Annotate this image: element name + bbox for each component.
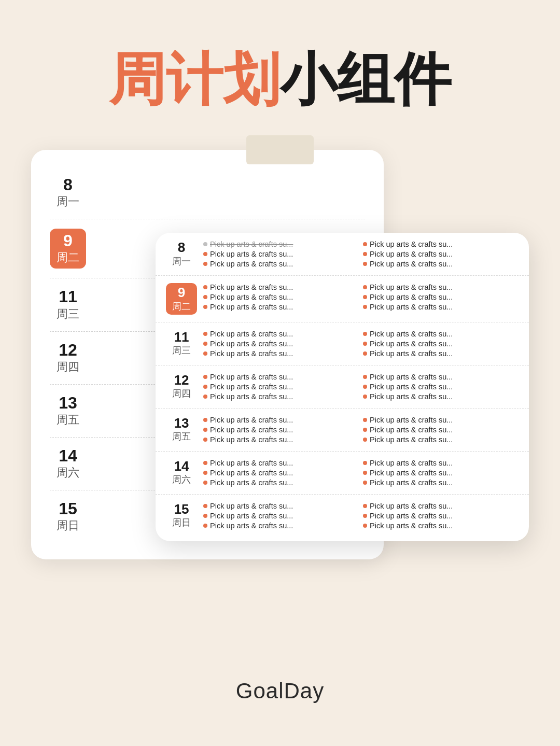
tasks-columns: Pick up arts & crafts su... Pick up arts… (203, 459, 519, 487)
task-text: Pick up arts & crafts su... (370, 512, 453, 520)
task-text: Pick up arts & crafts su... (370, 392, 453, 401)
task-dot (203, 332, 207, 336)
task-text: Pick up arts & crafts su... (210, 522, 293, 530)
day-chinese: 周一 (57, 194, 79, 209)
task-text: Pick up arts & crafts su... (370, 373, 453, 381)
task-dot (363, 252, 367, 256)
tasks-col-2: Pick up arts & crafts su... Pick up arts… (363, 502, 519, 530)
task-dot (203, 252, 207, 256)
task-text: Pick up arts & crafts su... (210, 469, 293, 477)
tasks-col-1: Pick up arts & crafts su... Pick up arts… (203, 459, 359, 487)
tasks-col-1: Pick up arts & crafts su... Pick up arts… (203, 373, 359, 401)
tasks-col-2: Pick up arts & crafts su... Pick up arts… (363, 459, 519, 487)
task-dot (363, 342, 367, 346)
task-item: Pick up arts & crafts su... (363, 426, 519, 434)
task-text: Pick up arts & crafts su... (370, 469, 453, 477)
task-dot (203, 385, 207, 389)
task-item: Pick up arts & crafts su... (203, 293, 359, 301)
task-dot (363, 438, 367, 442)
task-item: Pick up arts & crafts su... (203, 522, 359, 530)
day-number: 9 (63, 232, 73, 250)
task-item: Pick up arts & crafts su... (203, 459, 359, 467)
tasks-col-2: Pick up arts & crafts su... Pick up arts… (363, 330, 519, 358)
task-text: Pick up arts & crafts su... (370, 478, 453, 487)
task-dot (363, 461, 367, 465)
tasks-columns: Pick up arts & crafts su... Pick up arts… (203, 240, 519, 268)
task-text: Pick up arts & crafts su... (210, 240, 293, 248)
tasks-col-1: Pick up arts & crafts su... Pick up arts… (203, 330, 359, 358)
task-item: Pick up arts & crafts su... (363, 512, 519, 520)
task-dot (203, 481, 207, 485)
task-item: Pick up arts & crafts su... (203, 260, 359, 268)
task-dot (203, 438, 207, 442)
task-dot (203, 418, 207, 422)
task-dot (203, 461, 207, 465)
day-label-front: 12 周四 (166, 373, 197, 400)
task-text: Pick up arts & crafts su... (370, 250, 453, 258)
task-dot (203, 342, 207, 346)
task-text: Pick up arts & crafts su... (210, 392, 293, 401)
task-item: Pick up arts & crafts su... (203, 416, 359, 424)
footer-brand: GoalDay (0, 658, 560, 703)
task-dot (203, 262, 207, 266)
task-dot (363, 375, 367, 379)
task-dot (203, 524, 207, 528)
day-number: 14 (174, 459, 189, 474)
day-chinese: 周二 (172, 300, 191, 313)
task-text: Pick up arts & crafts su... (210, 435, 293, 444)
back-day-row: 8 周一 (50, 166, 365, 219)
day-chinese: 周一 (172, 255, 191, 268)
task-text: Pick up arts & crafts su... (370, 435, 453, 444)
day-label: 13 周五 (50, 394, 86, 428)
task-text: Pick up arts & crafts su... (210, 512, 293, 520)
day-label-front: 8 周一 (166, 240, 197, 268)
day-label: 15 周日 (50, 500, 86, 533)
task-item: Pick up arts & crafts su... (203, 303, 359, 311)
task-text: Pick up arts & crafts su... (210, 349, 293, 358)
task-item: Pick up arts & crafts su... (363, 435, 519, 444)
title-black: 小组件 (280, 47, 451, 111)
tasks-columns: Pick up arts & crafts su... Pick up arts… (203, 502, 519, 530)
task-item: Pick up arts & crafts su... (203, 512, 359, 520)
task-item: Pick up arts & crafts su... (363, 330, 519, 338)
task-dot (203, 285, 207, 289)
day-number: 12 (174, 373, 189, 388)
day-number: 11 (59, 288, 77, 306)
task-item: Pick up arts & crafts su... (363, 293, 519, 301)
task-dot (363, 242, 367, 246)
task-text: Pick up arts & crafts su... (370, 283, 453, 291)
task-text: Pick up arts & crafts su... (370, 303, 453, 311)
task-item: Pick up arts & crafts su... (363, 469, 519, 477)
tasks-columns: Pick up arts & crafts su... Pick up arts… (203, 373, 519, 401)
active-day-badge-front: 9 周二 (166, 283, 197, 315)
task-text: Pick up arts & crafts su... (210, 303, 293, 311)
day-number: 12 (59, 341, 77, 359)
day-number: 13 (59, 394, 77, 412)
task-text: Pick up arts & crafts su... (210, 502, 293, 510)
tape-decoration (246, 135, 314, 164)
task-item: Pick up arts & crafts su... (363, 502, 519, 510)
task-text: Pick up arts & crafts su... (370, 502, 453, 510)
task-dot (203, 295, 207, 299)
task-item: Pick up arts & crafts su... (363, 373, 519, 381)
task-item: Pick up arts & crafts su... (203, 250, 359, 258)
task-dot (363, 514, 367, 518)
task-item: Pick up arts & crafts su... (363, 303, 519, 311)
task-text: Pick up arts & crafts su... (370, 383, 453, 391)
task-text: Pick up arts & crafts su... (370, 459, 453, 467)
day-chinese: 周三 (172, 344, 191, 357)
front-day-row: 8 周一 Pick up arts & crafts su... Pick up… (156, 233, 529, 276)
task-text: Pick up arts & crafts su... (210, 330, 293, 338)
task-dot (203, 504, 207, 508)
task-text: Pick up arts & crafts su... (210, 283, 293, 291)
active-day-badge: 9 周二 (50, 229, 86, 269)
day-label: 12 周四 (50, 341, 86, 375)
front-day-row: 13 周五 Pick up arts & crafts su... Pick u… (156, 409, 529, 452)
day-label-front: 14 周六 (166, 459, 197, 486)
task-item: Pick up arts & crafts su... (363, 416, 519, 424)
task-item: Pick up arts & crafts su... (363, 240, 519, 248)
tasks-col-1: Pick up arts & crafts su... Pick up arts… (203, 240, 359, 268)
title-area: 周计划小组件 (0, 0, 560, 150)
task-text: Pick up arts & crafts su... (370, 426, 453, 434)
task-text: Pick up arts & crafts su... (370, 260, 453, 268)
